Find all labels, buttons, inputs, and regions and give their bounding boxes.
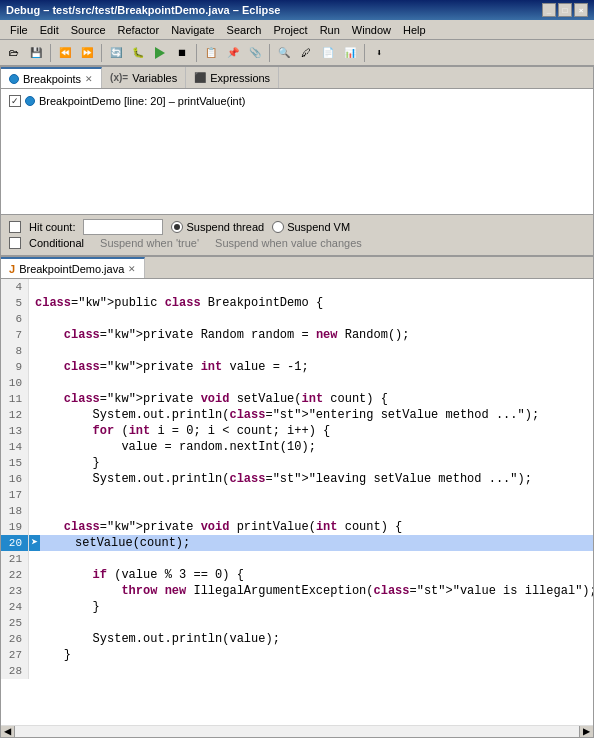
line-number-20: 20	[1, 535, 29, 551]
code-tab-label: BreakpointDemo.java	[19, 263, 124, 275]
bp-controls-row-1: Hit count: Suspend thread Suspend VM	[9, 219, 585, 235]
line-number-14: 14	[1, 439, 29, 455]
menu-source[interactable]: Source	[65, 23, 112, 37]
code-panel: J BreakpointDemo.java ✕ 45class="kw">pub…	[0, 256, 594, 738]
suspend-thread-radio-label: Suspend thread	[171, 221, 264, 233]
menu-project[interactable]: Project	[267, 23, 313, 37]
menu-file[interactable]: File	[4, 23, 34, 37]
menu-search[interactable]: Search	[221, 23, 268, 37]
menu-navigate[interactable]: Navigate	[165, 23, 220, 37]
toolbar-sep-1	[50, 44, 51, 62]
line-number-15: 15	[1, 455, 29, 471]
toolbar-btn-4[interactable]: ⏩	[77, 43, 97, 63]
suspend-thread-radio[interactable]	[171, 221, 183, 233]
toolbar-btn-2[interactable]: 💾	[26, 43, 46, 63]
toolbar-btn-12[interactable]: 🖊	[296, 43, 316, 63]
line-number-4: 4	[1, 279, 29, 295]
line-content-22: if (value % 3 == 0) {	[29, 567, 593, 583]
code-line-16: 16 System.out.println(class="st">"leavin…	[1, 471, 593, 487]
line-number-11: 11	[1, 391, 29, 407]
code-line-15: 15 }	[1, 455, 593, 471]
line-number-25: 25	[1, 615, 29, 631]
breakpoint-panel: BreakpointDemo [line: 20] – printValue(i…	[1, 89, 593, 214]
bp-entry-1[interactable]: BreakpointDemo [line: 20] – printValue(i…	[5, 93, 589, 109]
suspend-true-label: Suspend when 'true'	[100, 237, 199, 249]
expressions-icon: ⬛	[194, 72, 206, 83]
toolbar-btn-3[interactable]: ⏪	[55, 43, 75, 63]
line-number-10: 10	[1, 375, 29, 391]
code-line-7: 7 class="kw">private Random random = new…	[1, 327, 593, 343]
bp-checkbox[interactable]	[9, 95, 21, 107]
toolbar-btn-14[interactable]: 📊	[340, 43, 360, 63]
toolbar-btn-13[interactable]: 📄	[318, 43, 338, 63]
code-line-11: 11 class="kw">private void setValue(int …	[1, 391, 593, 407]
java-file-icon: J	[9, 263, 15, 275]
hit-count-checkbox[interactable]	[9, 221, 21, 233]
toolbar-sep-3	[196, 44, 197, 62]
line-number-27: 27	[1, 647, 29, 663]
scroll-left-btn[interactable]: ◀	[1, 726, 15, 737]
toolbar-btn-7[interactable]: ⏹	[172, 43, 192, 63]
close-button[interactable]: ×	[574, 3, 588, 17]
toolbar-btn-9[interactable]: 📌	[223, 43, 243, 63]
bp-entry-label: BreakpointDemo [line: 20] – printValue(i…	[39, 95, 245, 107]
line-number-26: 26	[1, 631, 29, 647]
variables-icon: (x)=	[110, 72, 128, 83]
menu-edit[interactable]: Edit	[34, 23, 65, 37]
debug-tab-bar: Breakpoints ✕ (x)= Variables ⬛ Expressio…	[1, 67, 593, 89]
tab-variables[interactable]: (x)= Variables	[102, 67, 186, 88]
conditional-checkbox[interactable]	[9, 237, 21, 249]
top-panel: Breakpoints ✕ (x)= Variables ⬛ Expressio…	[0, 66, 594, 256]
tab-expressions[interactable]: ⬛ Expressions	[186, 67, 279, 88]
scroll-right-btn[interactable]: ▶	[579, 726, 593, 737]
toolbar-btn-10[interactable]: 📎	[245, 43, 265, 63]
minimize-button[interactable]: _	[542, 3, 556, 17]
run-button[interactable]	[150, 43, 170, 63]
tab-variables-label: Variables	[132, 72, 177, 84]
tab-breakpoints[interactable]: Breakpoints ✕	[1, 67, 102, 88]
line-content-19: class="kw">private void printValue(int c…	[29, 519, 593, 535]
suspend-vm-radio[interactable]	[272, 221, 284, 233]
line-content-18	[29, 503, 593, 519]
maximize-button[interactable]: □	[558, 3, 572, 17]
line-number-19: 19	[1, 519, 29, 535]
horizontal-scrollbar[interactable]: ◀ ▶	[1, 725, 593, 737]
line-number-13: 13	[1, 423, 29, 439]
toolbar-btn-11[interactable]: 🔍	[274, 43, 294, 63]
line-content-27: }	[29, 647, 593, 663]
title-bar: Debug – test/src/test/BreakpointDemo.jav…	[0, 0, 594, 20]
hit-count-input[interactable]	[83, 219, 163, 235]
code-line-26: 26 System.out.println(value);	[1, 631, 593, 647]
tab-breakpoints-label: Breakpoints	[23, 73, 81, 85]
code-line-9: 9 class="kw">private int value = -1;	[1, 359, 593, 375]
menu-help[interactable]: Help	[397, 23, 432, 37]
line-number-6: 6	[1, 311, 29, 327]
code-line-21: 21	[1, 551, 593, 567]
toolbar-btn-15[interactable]: ⬇	[369, 43, 389, 63]
line-number-7: 7	[1, 327, 29, 343]
code-line-10: 10	[1, 375, 593, 391]
tab-expressions-label: Expressions	[210, 72, 270, 84]
line-content-10	[29, 375, 593, 391]
menu-run[interactable]: Run	[314, 23, 346, 37]
toolbar-btn-8[interactable]: 📋	[201, 43, 221, 63]
code-line-23: 23 throw new IllegalArgumentException(cl…	[1, 583, 593, 599]
toolbar-sep-2	[101, 44, 102, 62]
toolbar-sep-4	[269, 44, 270, 62]
tab-breakpoints-close[interactable]: ✕	[85, 74, 93, 84]
line-number-9: 9	[1, 359, 29, 375]
toolbar-btn-1[interactable]: 🗁	[4, 43, 24, 63]
tab-breakpointdemo-java[interactable]: J BreakpointDemo.java ✕	[1, 257, 145, 278]
menu-window[interactable]: Window	[346, 23, 397, 37]
code-tab-close[interactable]: ✕	[128, 264, 136, 274]
code-content[interactable]: 45class="kw">public class BreakpointDemo…	[1, 279, 593, 725]
menu-refactor[interactable]: Refactor	[112, 23, 166, 37]
conditional-label: Conditional	[29, 237, 84, 249]
line-content-6	[29, 311, 593, 327]
code-line-8: 8	[1, 343, 593, 359]
line-content-14: value = random.nextInt(10);	[29, 439, 593, 455]
line-content-25	[29, 615, 593, 631]
toolbar-btn-5[interactable]: 🔄	[106, 43, 126, 63]
toolbar-btn-6[interactable]: 🐛	[128, 43, 148, 63]
line-content-5: class="kw">public class BreakpointDemo {	[29, 295, 593, 311]
